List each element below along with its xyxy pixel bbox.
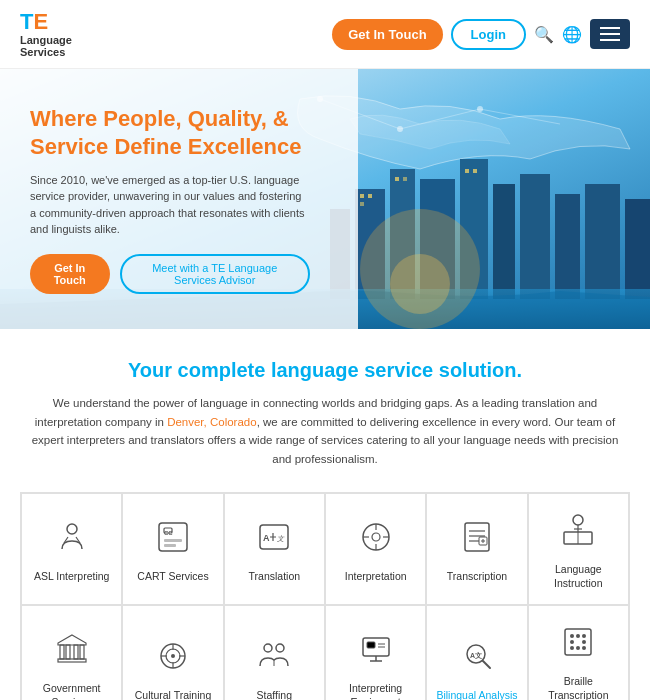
hamburger-icon xyxy=(600,27,620,41)
service-label-staffing: Staffing xyxy=(257,689,292,700)
svg-rect-79 xyxy=(565,629,591,655)
service-label-translation: Translation xyxy=(249,570,301,584)
svg-rect-56 xyxy=(66,645,70,659)
svg-point-25 xyxy=(397,126,403,132)
service-label-language-instruction: Language Instruction xyxy=(537,563,620,590)
svg-point-82 xyxy=(582,634,586,638)
language-instruction-icon xyxy=(560,512,596,555)
svg-point-81 xyxy=(576,634,580,638)
hamburger-menu-button[interactable] xyxy=(590,19,630,49)
svg-rect-31 xyxy=(164,539,182,542)
interpretation-icon xyxy=(358,519,394,562)
service-label-cart: CART Services xyxy=(137,570,208,584)
svg-rect-11 xyxy=(360,194,364,198)
svg-point-37 xyxy=(372,533,380,541)
service-item-bilingual-analysis[interactable]: A文 Bilingual Analysis xyxy=(426,605,527,700)
logo-t-letter: T xyxy=(20,9,33,34)
svg-point-27 xyxy=(67,524,77,534)
svg-rect-10 xyxy=(625,199,650,299)
svg-text:文: 文 xyxy=(277,535,285,542)
header-get-in-touch-button[interactable]: Get In Touch xyxy=(332,19,442,50)
svg-text:A: A xyxy=(263,533,270,543)
svg-point-26 xyxy=(477,106,483,112)
svg-point-85 xyxy=(570,646,574,650)
globe-icon[interactable]: 🌐 xyxy=(562,25,582,44)
logo-te: TE xyxy=(20,10,72,34)
service-label-asl: ASL Interpreting xyxy=(34,570,110,584)
logo-e-letter: E xyxy=(33,9,48,34)
bilingual-analysis-icon: A文 xyxy=(459,638,495,681)
service-item-transcription[interactable]: Transcription xyxy=(426,493,527,605)
svg-rect-6 xyxy=(493,184,515,299)
hero-content: Where People, Quality, &Service Define E… xyxy=(0,75,340,324)
service-item-interpretation[interactable]: Interpretation xyxy=(325,493,426,605)
service-item-cart[interactable]: CC CART Services xyxy=(122,493,223,605)
logo: TE LanguageServices xyxy=(20,10,72,58)
service-label-braille-transcription: Braille Transcription Services xyxy=(537,675,620,700)
braille-transcription-icon xyxy=(560,624,596,667)
svg-point-86 xyxy=(576,646,580,650)
svg-point-80 xyxy=(570,634,574,638)
svg-rect-73 xyxy=(367,642,375,648)
svg-rect-7 xyxy=(520,174,550,299)
svg-rect-15 xyxy=(403,177,407,181)
header: TE LanguageServices Get In Touch Login 🔍… xyxy=(0,0,650,69)
services-title: Your complete language service solution. xyxy=(20,359,630,382)
svg-rect-57 xyxy=(74,645,78,659)
interpreting-equipment-icon xyxy=(358,631,394,674)
staffing-icon xyxy=(256,638,292,681)
svg-point-67 xyxy=(264,644,272,652)
service-item-asl[interactable]: ASL Interpreting xyxy=(21,493,122,605)
svg-rect-9 xyxy=(585,184,620,299)
svg-point-83 xyxy=(570,640,574,644)
svg-rect-16 xyxy=(465,169,469,173)
service-item-staffing[interactable]: Staffing xyxy=(224,605,325,700)
svg-rect-17 xyxy=(473,169,477,173)
logo-text: TE LanguageServices xyxy=(20,10,72,58)
cart-icon: CC xyxy=(155,519,191,562)
svg-marker-54 xyxy=(58,635,86,645)
service-label-interpreting-equipment: Interpreting Equipment xyxy=(334,682,417,700)
svg-rect-12 xyxy=(368,194,372,198)
svg-text:CC: CC xyxy=(164,530,173,536)
svg-rect-13 xyxy=(360,202,364,206)
svg-rect-58 xyxy=(80,645,84,659)
hero-advisor-button[interactable]: Meet with a TE Language Services Advisor xyxy=(120,254,311,294)
hero-get-in-touch-button[interactable]: Get In Touch xyxy=(30,254,110,294)
services-grid: ASL Interpreting CC CART Services A 文 xyxy=(20,492,630,700)
svg-rect-8 xyxy=(555,194,580,299)
hero-buttons: Get In Touch Meet with a TE Language Ser… xyxy=(30,254,310,294)
search-icon[interactable]: 🔍 xyxy=(534,25,554,44)
translation-icon: A 文 xyxy=(256,519,292,562)
hero-title: Where People, Quality, &Service Define E… xyxy=(30,105,310,162)
svg-rect-59 xyxy=(58,659,86,662)
svg-line-77 xyxy=(483,661,490,668)
services-description: We understand the power of language in c… xyxy=(25,394,625,468)
svg-point-20 xyxy=(390,254,450,314)
service-item-language-instruction[interactable]: Language Instruction xyxy=(528,493,629,605)
svg-rect-14 xyxy=(395,177,399,181)
service-item-cultural-training[interactable]: Cultural Training xyxy=(122,605,223,700)
service-item-translation[interactable]: A 文 Translation xyxy=(224,493,325,605)
service-label-transcription: Transcription xyxy=(447,570,507,584)
service-label-government: Government Services xyxy=(30,682,113,700)
svg-point-51 xyxy=(573,515,583,525)
svg-text:A文: A文 xyxy=(470,651,482,659)
svg-point-68 xyxy=(276,644,284,652)
cultural-training-icon xyxy=(155,638,191,681)
service-label-cultural-training: Cultural Training xyxy=(135,689,211,700)
service-item-interpreting-equipment[interactable]: Interpreting Equipment xyxy=(325,605,426,700)
svg-point-62 xyxy=(171,654,175,658)
svg-point-84 xyxy=(582,640,586,644)
service-item-braille-transcription[interactable]: Braille Transcription Services xyxy=(528,605,629,700)
svg-rect-32 xyxy=(164,544,176,547)
transcription-icon xyxy=(459,519,495,562)
services-section: Your complete language service solution.… xyxy=(0,329,650,700)
asl-icon xyxy=(54,519,90,562)
svg-rect-55 xyxy=(60,645,64,659)
services-desc-highlight: Denver, Colorado xyxy=(167,416,257,428)
service-item-government[interactable]: Government Services xyxy=(21,605,122,700)
header-login-button[interactable]: Login xyxy=(451,19,526,50)
logo-sub: LanguageServices xyxy=(20,34,72,58)
hero-section: Where People, Quality, &Service Define E… xyxy=(0,69,650,329)
